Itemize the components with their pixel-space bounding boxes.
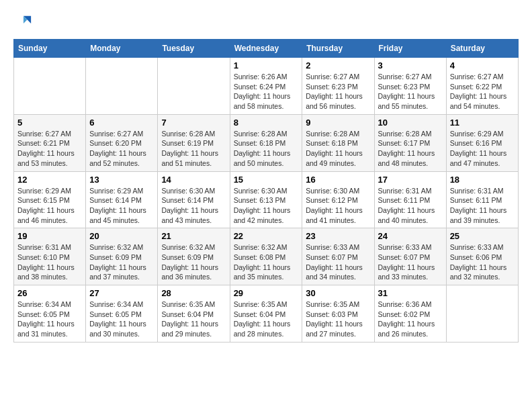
week-row-1: 1Sunrise: 6:26 AM Sunset: 6:24 PM Daylig… (14, 58, 519, 115)
day-number: 23 (306, 231, 370, 241)
day-info: Sunrise: 6:30 AM Sunset: 6:14 PM Dayligh… (161, 186, 226, 226)
day-info: Sunrise: 6:29 AM Sunset: 6:15 PM Dayligh… (17, 186, 82, 226)
calendar-table: SundayMondayTuesdayWednesdayThursdayFrid… (13, 39, 519, 342)
day-number: 1 (234, 60, 299, 71)
day-cell: 31Sunrise: 6:36 AM Sunset: 6:02 PM Dayli… (374, 285, 446, 342)
day-number: 31 (378, 288, 443, 298)
day-cell: 6Sunrise: 6:27 AM Sunset: 6:20 PM Daylig… (86, 114, 158, 171)
week-row-2: 5Sunrise: 6:27 AM Sunset: 6:21 PM Daylig… (14, 114, 519, 171)
day-info: Sunrise: 6:27 AM Sunset: 6:23 PM Dayligh… (378, 72, 443, 111)
day-info: Sunrise: 6:33 AM Sunset: 6:06 PM Dayligh… (450, 242, 515, 282)
day-cell: 12Sunrise: 6:29 AM Sunset: 6:15 PM Dayli… (14, 171, 86, 228)
day-cell (158, 58, 230, 115)
day-info: Sunrise: 6:29 AM Sunset: 6:14 PM Dayligh… (89, 186, 154, 226)
day-number: 18 (450, 175, 515, 185)
day-header-wednesday: Wednesday (230, 40, 302, 58)
day-number: 6 (89, 118, 154, 128)
day-cell: 9Sunrise: 6:28 AM Sunset: 6:18 PM Daylig… (302, 114, 374, 171)
day-number: 3 (378, 60, 443, 71)
day-number: 2 (306, 60, 370, 71)
day-header-saturday: Saturday (446, 40, 518, 58)
day-info: Sunrise: 6:26 AM Sunset: 6:24 PM Dayligh… (234, 72, 299, 111)
day-cell: 15Sunrise: 6:30 AM Sunset: 6:13 PM Dayli… (230, 171, 302, 228)
day-number: 19 (17, 231, 82, 241)
day-number: 25 (450, 231, 515, 241)
day-cell: 26Sunrise: 6:34 AM Sunset: 6:05 PM Dayli… (14, 285, 86, 342)
day-number: 9 (306, 118, 370, 128)
day-number: 4 (450, 60, 515, 71)
day-info: Sunrise: 6:28 AM Sunset: 6:19 PM Dayligh… (161, 129, 226, 169)
day-number: 8 (234, 118, 299, 128)
day-cell: 16Sunrise: 6:30 AM Sunset: 6:12 PM Dayli… (302, 171, 374, 228)
day-cell: 18Sunrise: 6:31 AM Sunset: 6:11 PM Dayli… (446, 171, 518, 228)
day-number: 15 (234, 175, 299, 185)
day-info: Sunrise: 6:31 AM Sunset: 6:11 PM Dayligh… (450, 186, 515, 226)
day-number: 11 (450, 118, 515, 128)
day-cell: 22Sunrise: 6:32 AM Sunset: 6:08 PM Dayli… (230, 228, 302, 285)
day-info: Sunrise: 6:27 AM Sunset: 6:23 PM Dayligh… (306, 72, 370, 111)
day-cell: 8Sunrise: 6:28 AM Sunset: 6:18 PM Daylig… (230, 114, 302, 171)
day-info: Sunrise: 6:29 AM Sunset: 6:16 PM Dayligh… (450, 129, 515, 169)
day-info: Sunrise: 6:28 AM Sunset: 6:18 PM Dayligh… (306, 129, 370, 169)
day-info: Sunrise: 6:35 AM Sunset: 6:03 PM Dayligh… (306, 300, 370, 339)
day-header-monday: Monday (86, 40, 158, 58)
day-info: Sunrise: 6:27 AM Sunset: 6:21 PM Dayligh… (17, 129, 82, 169)
day-number: 16 (306, 175, 370, 185)
day-number: 20 (89, 231, 154, 241)
week-row-3: 12Sunrise: 6:29 AM Sunset: 6:15 PM Dayli… (14, 171, 519, 228)
week-row-4: 19Sunrise: 6:31 AM Sunset: 6:10 PM Dayli… (14, 228, 519, 285)
day-number: 24 (378, 231, 443, 241)
day-number: 28 (161, 288, 226, 298)
day-number: 22 (234, 231, 299, 241)
day-info: Sunrise: 6:27 AM Sunset: 6:22 PM Dayligh… (450, 72, 515, 111)
day-cell: 3Sunrise: 6:27 AM Sunset: 6:23 PM Daylig… (374, 58, 446, 115)
day-number: 10 (378, 118, 443, 128)
day-cell: 4Sunrise: 6:27 AM Sunset: 6:22 PM Daylig… (446, 58, 518, 115)
day-header-sunday: Sunday (14, 40, 86, 58)
day-cell: 17Sunrise: 6:31 AM Sunset: 6:11 PM Dayli… (374, 171, 446, 228)
day-info: Sunrise: 6:30 AM Sunset: 6:12 PM Dayligh… (306, 186, 370, 226)
day-number: 30 (306, 288, 370, 298)
logo (13, 13, 35, 32)
day-info: Sunrise: 6:32 AM Sunset: 6:09 PM Dayligh… (89, 242, 154, 282)
day-info: Sunrise: 6:28 AM Sunset: 6:18 PM Dayligh… (234, 129, 299, 169)
day-cell (446, 285, 518, 342)
day-cell (86, 58, 158, 115)
day-number: 21 (161, 231, 226, 241)
day-number: 12 (17, 175, 82, 185)
day-info: Sunrise: 6:33 AM Sunset: 6:07 PM Dayligh… (306, 242, 370, 282)
day-info: Sunrise: 6:31 AM Sunset: 6:10 PM Dayligh… (17, 242, 82, 282)
day-header-tuesday: Tuesday (158, 40, 230, 58)
day-info: Sunrise: 6:30 AM Sunset: 6:13 PM Dayligh… (234, 186, 299, 226)
day-info: Sunrise: 6:32 AM Sunset: 6:08 PM Dayligh… (234, 242, 299, 282)
day-cell: 20Sunrise: 6:32 AM Sunset: 6:09 PM Dayli… (86, 228, 158, 285)
day-info: Sunrise: 6:33 AM Sunset: 6:07 PM Dayligh… (378, 242, 443, 282)
day-info: Sunrise: 6:31 AM Sunset: 6:11 PM Dayligh… (378, 186, 443, 226)
day-cell: 2Sunrise: 6:27 AM Sunset: 6:23 PM Daylig… (302, 58, 374, 115)
day-cell: 11Sunrise: 6:29 AM Sunset: 6:16 PM Dayli… (446, 114, 518, 171)
page-header (13, 13, 519, 32)
day-number: 29 (234, 288, 299, 298)
day-header-thursday: Thursday (302, 40, 374, 58)
day-info: Sunrise: 6:36 AM Sunset: 6:02 PM Dayligh… (378, 300, 443, 339)
day-cell: 1Sunrise: 6:26 AM Sunset: 6:24 PM Daylig… (230, 58, 302, 115)
day-info: Sunrise: 6:28 AM Sunset: 6:17 PM Dayligh… (378, 129, 443, 169)
day-info: Sunrise: 6:34 AM Sunset: 6:05 PM Dayligh… (17, 300, 82, 339)
day-cell: 10Sunrise: 6:28 AM Sunset: 6:17 PM Dayli… (374, 114, 446, 171)
day-number: 27 (89, 288, 154, 298)
day-cell: 30Sunrise: 6:35 AM Sunset: 6:03 PM Dayli… (302, 285, 374, 342)
day-cell: 14Sunrise: 6:30 AM Sunset: 6:14 PM Dayli… (158, 171, 230, 228)
day-number: 13 (89, 175, 154, 185)
logo-icon (13, 13, 32, 32)
day-info: Sunrise: 6:35 AM Sunset: 6:04 PM Dayligh… (161, 300, 226, 339)
day-cell: 19Sunrise: 6:31 AM Sunset: 6:10 PM Dayli… (14, 228, 86, 285)
day-cell: 5Sunrise: 6:27 AM Sunset: 6:21 PM Daylig… (14, 114, 86, 171)
day-number: 7 (161, 118, 226, 128)
day-info: Sunrise: 6:34 AM Sunset: 6:05 PM Dayligh… (89, 300, 154, 339)
week-row-5: 26Sunrise: 6:34 AM Sunset: 6:05 PM Dayli… (14, 285, 519, 342)
day-cell: 21Sunrise: 6:32 AM Sunset: 6:09 PM Dayli… (158, 228, 230, 285)
day-info: Sunrise: 6:35 AM Sunset: 6:04 PM Dayligh… (234, 300, 299, 339)
day-number: 17 (378, 175, 443, 185)
day-info: Sunrise: 6:27 AM Sunset: 6:20 PM Dayligh… (89, 129, 154, 169)
day-cell: 7Sunrise: 6:28 AM Sunset: 6:19 PM Daylig… (158, 114, 230, 171)
